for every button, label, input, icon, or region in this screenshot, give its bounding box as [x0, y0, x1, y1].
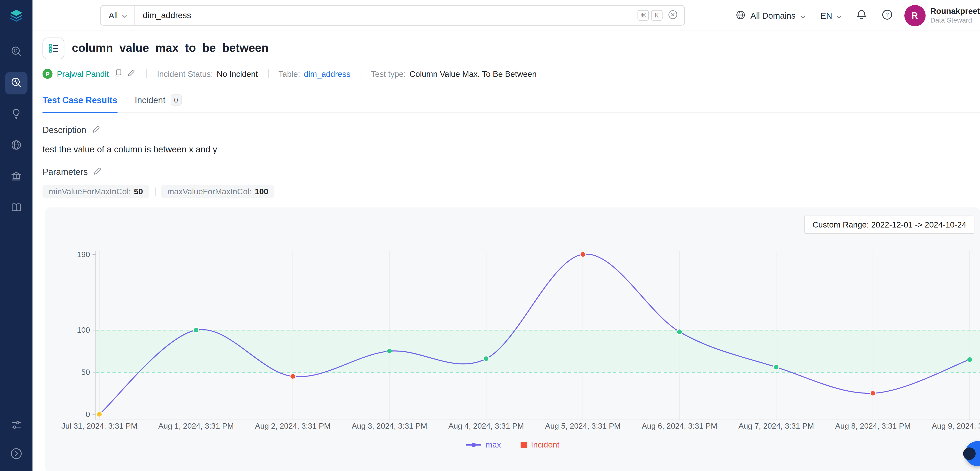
parameter-chips: minValueForMaxInCol: 50 maxValueForMaxIn… [42, 185, 980, 198]
sidebar-item-insights[interactable] [5, 103, 28, 126]
svg-text:Aug 1, 2024, 3:31 PM: Aug 1, 2024, 3:31 PM [158, 422, 234, 430]
tab-bar: Test Case Results Incident 0 [42, 92, 980, 113]
svg-text:Q: Q [14, 48, 18, 53]
checklist-icon [42, 37, 64, 59]
global-search[interactable]: All ⌘ K [100, 5, 685, 26]
table-link[interactable]: dim_address [304, 69, 350, 78]
sidebar-item-settings[interactable] [5, 414, 28, 437]
incident-status: Incident Status:No Incident [157, 69, 258, 78]
incident-status-label: Incident Status: [157, 69, 213, 78]
svg-text:Aug 8, 2024, 3:31 PM: Aug 8, 2024, 3:31 PM [835, 422, 911, 430]
sidebar-bottom [5, 414, 28, 465]
sidebar-item-glossary[interactable] [5, 197, 28, 219]
owner-initial: P [45, 70, 49, 77]
legend-item-max[interactable]: max [466, 440, 501, 449]
table-label: Table: [278, 69, 300, 78]
clear-circle-x-icon [667, 9, 678, 22]
svg-text:Aug 3, 2024, 3:31 PM: Aug 3, 2024, 3:31 PM [352, 422, 427, 430]
sidebar-item-governance[interactable] [5, 165, 28, 188]
tab-incident[interactable]: Incident 0 [135, 94, 182, 112]
app-logo-icon[interactable] [8, 8, 24, 27]
caret-down-icon [836, 11, 842, 20]
user-role: Data Steward [930, 16, 980, 25]
page-header: column_value_max_to_be_between [42, 37, 980, 59]
user-avatar[interactable]: R [904, 5, 926, 26]
tab-label: Test Case Results [42, 95, 117, 105]
svg-text:Aug 2, 2024, 3:31 PM: Aug 2, 2024, 3:31 PM [255, 422, 331, 430]
owner-link[interactable]: Prajwal Pandit [57, 69, 109, 78]
search-q-icon: Q [10, 45, 22, 59]
svg-text:Aug 4, 2024, 3:31 PM: Aug 4, 2024, 3:31 PM [448, 422, 524, 430]
chevron-right-circle-icon [10, 447, 23, 462]
tab-label: Incident [135, 95, 165, 105]
edit-parameters-button[interactable] [93, 166, 103, 177]
sidebar-collapse-button[interactable] [5, 443, 28, 466]
parameter-chip-max: maxValueForMaxInCol: 100 [161, 185, 275, 198]
svg-text:Aug 7, 2024, 3:31 PM: Aug 7, 2024, 3:31 PM [738, 422, 814, 430]
domain-selector-label: All Domains [751, 11, 795, 20]
sidebar-item-domains[interactable] [5, 134, 28, 157]
notifications-button[interactable] [856, 9, 867, 22]
search-input[interactable] [135, 11, 635, 20]
description-label: Description [42, 125, 86, 135]
legend-label: Incident [531, 440, 559, 449]
svg-text:?: ? [885, 12, 888, 18]
bank-icon [10, 170, 22, 184]
svg-text:Jul 31, 2024, 3:31 PM: Jul 31, 2024, 3:31 PM [61, 422, 137, 430]
lightbulb-icon [10, 107, 22, 121]
help-button[interactable]: ? [881, 9, 893, 22]
user-name: Rounakpreet [930, 6, 980, 16]
sidebar-item-catalog-search[interactable]: Q [5, 41, 28, 63]
pencil-icon [92, 124, 101, 135]
divider [268, 69, 269, 78]
svg-text:190: 190 [77, 250, 90, 259]
edit-owner-button[interactable] [127, 68, 137, 79]
floating-action-button[interactable] [965, 441, 980, 466]
owner: P Prajwal Pandit [42, 68, 136, 79]
legend-item-incident[interactable]: Incident [520, 440, 560, 449]
fab-badge-icon [963, 447, 976, 460]
parameter-name: minValueForMaxInCol: [49, 187, 131, 196]
svg-text:Aug 9, 2024, 3:31 PM: Aug 9, 2024, 3:31 PM [932, 422, 980, 430]
topbar: All ⌘ K [32, 0, 980, 31]
copy-owner-button[interactable] [113, 68, 123, 79]
search-clear-button[interactable] [667, 9, 678, 22]
test-results-chart[interactable]: 050100190Jul 31, 2024, 3:31 PMAug 1, 202… [45, 226, 980, 442]
page-title: column_value_max_to_be_between [72, 41, 269, 55]
svg-text:Aug 5, 2024, 3:31 PM: Aug 5, 2024, 3:31 PM [545, 422, 620, 430]
avatar-initial: R [912, 11, 918, 21]
domain-selector[interactable]: All Domains [735, 9, 805, 22]
divider [360, 69, 361, 78]
sliders-icon [10, 418, 22, 433]
divider [155, 187, 156, 196]
square-marker-icon [520, 441, 527, 449]
search-filter-dropdown[interactable]: All [100, 6, 135, 25]
topbar-right: All Domains EN [735, 0, 980, 31]
svg-text:100: 100 [77, 326, 90, 334]
search-filter-label: All [109, 11, 118, 20]
line-marker-icon [466, 441, 482, 449]
globe-icon [10, 138, 22, 153]
command-key-icon: ⌘ [638, 10, 649, 21]
edit-description-button[interactable] [92, 124, 101, 135]
monitor-search-icon [10, 76, 22, 90]
svg-text:0: 0 [86, 410, 90, 418]
caret-down-icon [122, 11, 128, 20]
description-section-label: Description [42, 124, 980, 135]
test-type-value: Column Value Max. To Be Between [410, 69, 536, 78]
owner-avatar: P [42, 69, 52, 79]
incident-status-value: No Incident [216, 69, 258, 78]
sidebar-item-observability[interactable] [5, 72, 28, 94]
language-selector[interactable]: EN [821, 11, 842, 20]
sidebar-nav: Q [5, 41, 28, 220]
globe-icon [735, 9, 746, 22]
main-content: column_value_max_to_be_between P Prajwal… [32, 31, 980, 471]
k-key-icon: K [651, 10, 662, 21]
table-meta: Table:dim_address [278, 69, 350, 78]
user-meta: Rounakpreet Data Steward [930, 6, 980, 25]
book-icon [10, 201, 22, 215]
parameters-section-label: Parameters [42, 166, 980, 177]
pencil-icon [127, 68, 137, 79]
language-label: EN [821, 11, 832, 20]
tab-test-case-results[interactable]: Test Case Results [42, 95, 117, 113]
